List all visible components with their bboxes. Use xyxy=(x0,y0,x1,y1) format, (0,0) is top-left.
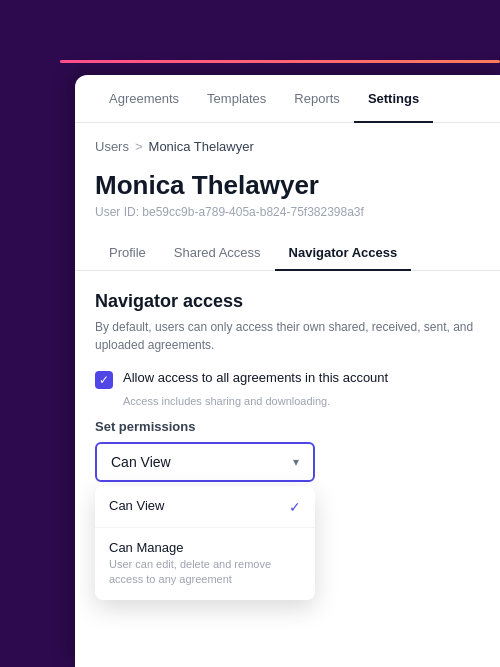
allow-access-checkbox[interactable]: ✓ xyxy=(95,371,113,389)
allow-access-label: Allow access to all agreements in this a… xyxy=(123,370,388,385)
tab-templates[interactable]: Templates xyxy=(193,75,280,122)
dropdown-option-can-view[interactable]: Can View ✓ xyxy=(95,486,315,527)
dropdown-selected-value: Can View xyxy=(111,454,171,470)
allow-access-row: ✓ Allow access to all agreements in this… xyxy=(95,370,480,389)
breadcrumb-separator: > xyxy=(135,139,143,154)
navigator-access-content: Navigator access By default, users can o… xyxy=(75,271,500,502)
breadcrumb: Users > Monica Thelawyer xyxy=(75,123,500,162)
sub-tab-profile[interactable]: Profile xyxy=(95,235,160,270)
tab-agreements[interactable]: Agreements xyxy=(95,75,193,122)
user-id: User ID: be59cc9b-a789-405a-b824-75f3823… xyxy=(95,205,480,219)
section-title: Navigator access xyxy=(95,291,480,312)
sub-tab-navigator-access[interactable]: Navigator Access xyxy=(275,235,412,270)
tab-settings[interactable]: Settings xyxy=(354,75,433,122)
sub-tab-shared-access[interactable]: Shared Access xyxy=(160,235,275,270)
user-header: Monica Thelawyer User ID: be59cc9b-a789-… xyxy=(75,162,500,235)
section-desc: By default, users can only access their … xyxy=(95,318,480,354)
can-manage-desc: User can edit, delete and remove access … xyxy=(109,557,301,588)
tab-reports[interactable]: Reports xyxy=(280,75,354,122)
dropdown-option-can-manage[interactable]: Can Manage User can edit, delete and rem… xyxy=(95,528,315,600)
can-manage-label: Can Manage xyxy=(109,540,301,555)
user-name: Monica Thelawyer xyxy=(95,170,480,201)
access-sublabel: Access includes sharing and downloading. xyxy=(123,395,480,407)
breadcrumb-current: Monica Thelawyer xyxy=(149,139,254,154)
checkmark-icon: ✓ xyxy=(99,373,109,387)
can-view-check-icon: ✓ xyxy=(289,499,301,515)
dropdown-arrow-icon: ▾ xyxy=(293,455,299,469)
permissions-dropdown[interactable]: Can View ▾ xyxy=(95,442,315,482)
permissions-dropdown-container: Can View ▾ Can View ✓ Can Manage User ca… xyxy=(95,442,480,482)
main-card: Agreements Templates Reports Settings Us… xyxy=(75,75,500,667)
can-view-label: Can View xyxy=(109,498,164,513)
breadcrumb-parent[interactable]: Users xyxy=(95,139,129,154)
set-permissions-label: Set permissions xyxy=(95,419,480,434)
sub-tabs: Profile Shared Access Navigator Access xyxy=(75,235,500,271)
accent-line xyxy=(60,60,500,63)
dropdown-menu: Can View ✓ Can Manage User can edit, del… xyxy=(95,486,315,600)
nav-tabs: Agreements Templates Reports Settings xyxy=(75,75,500,123)
